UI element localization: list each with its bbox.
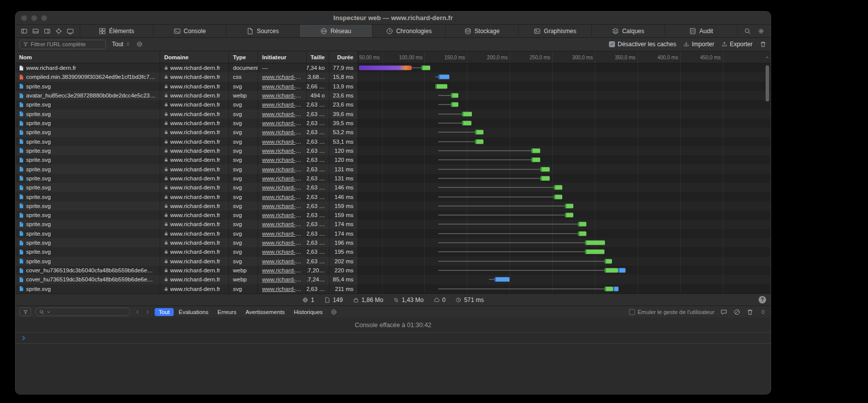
dock-right-icon[interactable]: [44, 28, 51, 35]
resource-type-filter[interactable]: Tout: [110, 40, 133, 49]
initiator-link[interactable]: www.richard-d…: [262, 129, 302, 135]
initiator-link[interactable]: www.richard-d…: [262, 194, 302, 200]
tab-audit[interactable]: Audit: [665, 25, 738, 37]
network-row[interactable]: sprite.svgwww.richard-dern.frsvgwww.rich…: [16, 174, 771, 183]
tab-timelines[interactable]: Chronologies: [372, 25, 445, 37]
search-icon[interactable]: [744, 28, 751, 35]
console-trash-icon[interactable]: [747, 309, 754, 316]
network-row[interactable]: cover_hu736519dc3b5040cfa48b6b559b6de6ec…: [16, 275, 771, 284]
tab-elements[interactable]: Éléments: [80, 25, 153, 37]
console-search-input[interactable]: [35, 308, 131, 316]
network-row[interactable]: sprite.svgwww.richard-dern.frsvgwww.rich…: [16, 110, 771, 119]
network-row[interactable]: sprite.svgwww.richard-dern.frsvgwww.rich…: [16, 247, 771, 256]
column-header-nom[interactable]: Nom: [16, 51, 160, 63]
tab-sources[interactable]: Sources: [226, 25, 299, 37]
network-row[interactable]: sprite.svgwww.richard-dern.frsvgwww.rich…: [16, 257, 771, 266]
console-tab-tout[interactable]: Tout: [155, 308, 174, 316]
console-messages-icon[interactable]: [720, 309, 727, 316]
minimize-window-button[interactable]: [31, 15, 37, 21]
network-row[interactable]: sprite.svgwww.richard-dern.frsvgwww.rich…: [16, 146, 771, 155]
disable-caches-checkbox[interactable]: ✓ Désactiver les caches: [609, 41, 676, 48]
dock-left-icon[interactable]: [21, 28, 28, 35]
tab-graphics[interactable]: Graphismes: [518, 25, 591, 37]
next-result-button[interactable]: [145, 309, 151, 315]
initiator-link[interactable]: www.richard-d…: [262, 120, 302, 126]
tab-storage[interactable]: Stockage: [445, 25, 519, 37]
emulate-gesture-checkbox[interactable]: Émuler le geste de l'utilisateur: [629, 309, 714, 315]
console-options-icon[interactable]: [331, 309, 337, 315]
console-prompt[interactable]: [16, 333, 771, 344]
network-row[interactable]: sprite.svgwww.richard-dern.frsvgwww.rich…: [16, 119, 771, 128]
console-tab-erreurs[interactable]: Erreurs: [213, 308, 240, 316]
network-row[interactable]: sprite.svgwww.richard-dern.frsvgwww.rich…: [16, 238, 771, 247]
initiator-link[interactable]: www.richard-d…: [262, 184, 302, 190]
column-header-type[interactable]: Type: [229, 51, 258, 63]
url-filter-input[interactable]: Filtrer l'URL complète: [20, 40, 106, 49]
network-row[interactable]: sprite.svgwww.richard-dern.frsvgwww.rich…: [16, 183, 771, 192]
help-button[interactable]: ?: [759, 296, 766, 304]
initiator-link[interactable]: www.richard-d…: [262, 102, 302, 108]
initiator-link[interactable]: www.richard-d…: [262, 212, 302, 218]
network-row[interactable]: sprite.svgwww.richard-dern.frsvgwww.rich…: [16, 211, 771, 220]
network-row[interactable]: avatar_hu85ecc3e298728880b0bde2dcc4e5c23…: [16, 91, 771, 100]
initiator-link[interactable]: www.richard-d…: [262, 221, 302, 227]
network-row[interactable]: sprite.svgwww.richard-dern.frsvgwww.rich…: [16, 155, 771, 164]
titlebar[interactable]: Inspecteur web — www.richard-dern.fr: [16, 12, 771, 25]
column-header-taille[interactable]: Taille: [307, 51, 329, 63]
initiator-link[interactable]: www.richard-d…: [262, 166, 302, 172]
initiator-link[interactable]: www.richard-d…: [262, 249, 302, 255]
initiator-link[interactable]: www.richard-d…: [262, 267, 302, 273]
network-row[interactable]: sprite.svgwww.richard-dern.frsvgwww.rich…: [16, 192, 771, 201]
clear-network-trash-icon[interactable]: [760, 41, 767, 48]
console-tab-évaluations[interactable]: Évaluations: [175, 308, 212, 316]
previous-result-button[interactable]: [135, 309, 141, 315]
import-button[interactable]: Importer: [683, 41, 714, 48]
initiator-link[interactable]: www.richard-d…: [262, 111, 302, 117]
initiator-link[interactable]: www.richard-d…: [262, 231, 302, 237]
console-tab-avertissements[interactable]: Avertissements: [241, 308, 289, 316]
network-row[interactable]: compiled.min.38390909f303624ed9e1cf1bd3f…: [16, 72, 771, 81]
scroll-up-icon[interactable]: [765, 55, 770, 60]
vertical-scrollbar[interactable]: [766, 65, 769, 102]
network-row[interactable]: www.richard-dern.frwww.richard-dern.frdo…: [16, 63, 771, 72]
close-window-button[interactable]: [21, 15, 27, 21]
export-button[interactable]: Exporter: [721, 41, 753, 48]
initiator-link[interactable]: www.richard-d…: [262, 203, 302, 209]
network-row[interactable]: sprite.svgwww.richard-dern.frsvgwww.rich…: [16, 201, 771, 211]
initiator-link[interactable]: www.richard-d…: [262, 139, 302, 145]
network-row[interactable]: sprite.svgwww.richard-dern.frsvgwww.rich…: [16, 284, 771, 293]
tab-layers[interactable]: Calques: [591, 25, 665, 37]
network-row[interactable]: sprite.svgwww.richard-dern.frsvgwww.rich…: [16, 164, 771, 173]
initiator-link[interactable]: www.richard-d…: [262, 74, 302, 80]
network-row[interactable]: cover_hu736519dc3b5040cfa48b6b559b6de6ec…: [16, 266, 771, 275]
initiator-link[interactable]: www.richard-d…: [262, 148, 302, 154]
clear-console-icon[interactable]: [733, 309, 740, 316]
network-row[interactable]: sprite.svgwww.richard-dern.frsvgwww.rich…: [16, 128, 771, 137]
initiator-link[interactable]: www.richard-d…: [262, 157, 302, 163]
initiator-link[interactable]: www.richard-d…: [262, 92, 302, 98]
network-row[interactable]: sprite.svgwww.richard-dern.frsvgwww.rich…: [16, 137, 771, 146]
network-row[interactable]: sprite.svgwww.richard-dern.frsvgwww.rich…: [16, 82, 771, 91]
column-header-duree[interactable]: Durée: [329, 51, 358, 63]
column-header-domaine[interactable]: Domaine: [160, 51, 229, 63]
initiator-link[interactable]: www.richard-d…: [262, 258, 302, 264]
network-row[interactable]: sprite.svgwww.richard-dern.frsvgwww.rich…: [16, 100, 771, 109]
zoom-window-button[interactable]: [41, 15, 47, 21]
initiator-link[interactable]: www.richard-d…: [262, 175, 302, 181]
tab-network[interactable]: Réseau: [299, 25, 373, 37]
resize-console-icon[interactable]: [760, 309, 767, 316]
column-header-initiateur[interactable]: Initiateur: [258, 51, 307, 63]
console-filter-button[interactable]: [20, 308, 31, 316]
initiator-link[interactable]: www.richard-d…: [262, 83, 302, 89]
device-icon[interactable]: [67, 28, 74, 35]
initiator-link[interactable]: www.richard-d…: [262, 286, 302, 292]
initiator-link[interactable]: www.richard-d…: [262, 276, 302, 282]
network-row[interactable]: sprite.svgwww.richard-dern.frsvgwww.rich…: [16, 229, 771, 238]
tab-console[interactable]: Console: [153, 25, 226, 37]
element-picker-icon[interactable]: [55, 28, 62, 35]
initiator-link[interactable]: www.richard-d…: [262, 240, 302, 246]
gear-icon[interactable]: [758, 28, 765, 35]
network-row[interactable]: sprite.svgwww.richard-dern.frsvgwww.rich…: [16, 220, 771, 229]
console-tab-historiques[interactable]: Historiques: [290, 308, 327, 316]
network-options-icon[interactable]: [137, 41, 143, 47]
